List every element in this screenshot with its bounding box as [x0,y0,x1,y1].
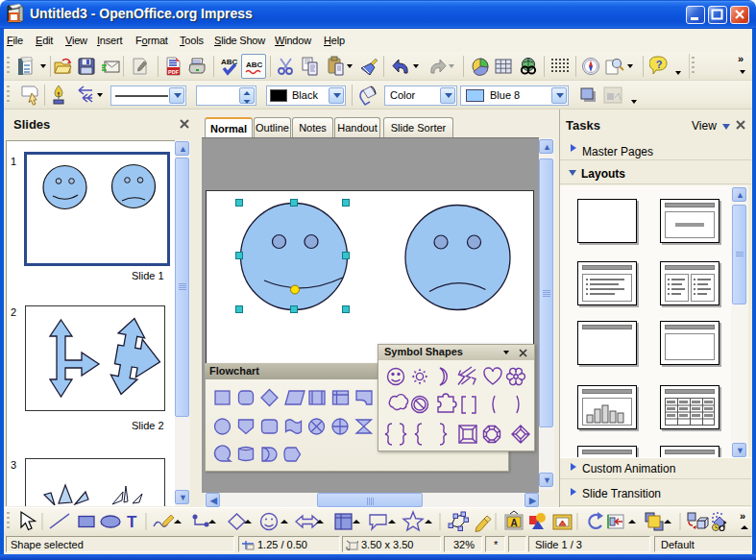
svg-text:?: ? [656,59,663,70]
svg-text:ABC: ABC [246,61,263,69]
svg-text:»: » [740,510,745,522]
svg-text:A: A [510,518,517,528]
svg-text:PDF: PDF [168,69,180,75]
svg-text:T: T [127,513,137,531]
